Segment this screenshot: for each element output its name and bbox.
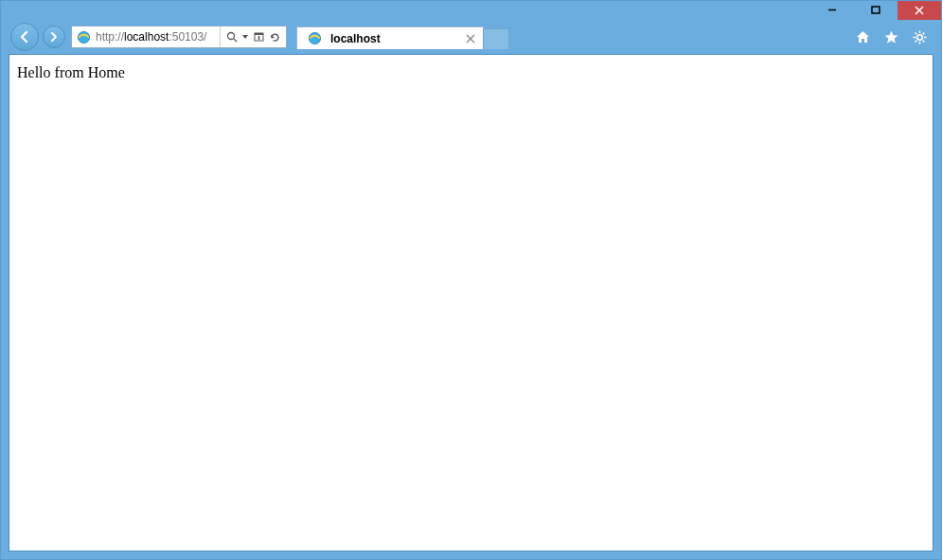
ie-logo-icon bbox=[306, 30, 323, 47]
content-wrap: Hello from Home bbox=[1, 54, 941, 559]
home-icon[interactable] bbox=[854, 28, 871, 45]
svg-rect-1 bbox=[872, 7, 880, 13]
new-tab-button[interactable] bbox=[483, 28, 509, 49]
titlebar[interactable] bbox=[1, 1, 941, 24]
compat-view-icon[interactable] bbox=[251, 29, 266, 44]
browser-window: http://localhost:50103/ bbox=[0, 0, 942, 560]
search-icon[interactable] bbox=[224, 29, 240, 44]
address-bar-actions bbox=[220, 26, 286, 47]
toolbar: http://localhost:50103/ bbox=[1, 24, 941, 54]
svg-line-7 bbox=[234, 39, 237, 42]
svg-rect-9 bbox=[255, 33, 263, 35]
svg-line-20 bbox=[915, 32, 916, 34]
page-text: Hello from Home bbox=[17, 64, 125, 80]
maximize-button[interactable] bbox=[854, 1, 898, 20]
back-button[interactable] bbox=[10, 23, 39, 51]
tools-icon[interactable] bbox=[911, 28, 928, 45]
svg-line-22 bbox=[922, 32, 924, 34]
minimize-button[interactable] bbox=[810, 1, 854, 20]
svg-point-15 bbox=[916, 34, 922, 40]
window-controls bbox=[810, 1, 941, 20]
address-bar[interactable]: http://localhost:50103/ bbox=[71, 26, 287, 48]
refresh-icon[interactable] bbox=[267, 29, 282, 44]
favorites-icon[interactable] bbox=[882, 28, 899, 45]
svg-point-6 bbox=[227, 32, 234, 39]
tab-active[interactable]: localhost bbox=[296, 26, 484, 49]
dropdown-icon[interactable] bbox=[240, 29, 250, 44]
url-text[interactable]: http://localhost:50103/ bbox=[95, 30, 220, 44]
close-button[interactable] bbox=[898, 1, 941, 20]
svg-line-21 bbox=[922, 40, 924, 42]
tabstrip: localhost bbox=[296, 25, 850, 49]
svg-line-23 bbox=[915, 40, 916, 42]
ie-logo-icon bbox=[75, 28, 92, 45]
tab-title: localhost bbox=[330, 32, 459, 45]
toolbar-right-icons bbox=[854, 28, 935, 45]
tab-close-icon[interactable] bbox=[464, 32, 477, 45]
page-content: Hello from Home bbox=[9, 54, 933, 551]
forward-button[interactable] bbox=[43, 26, 65, 48]
